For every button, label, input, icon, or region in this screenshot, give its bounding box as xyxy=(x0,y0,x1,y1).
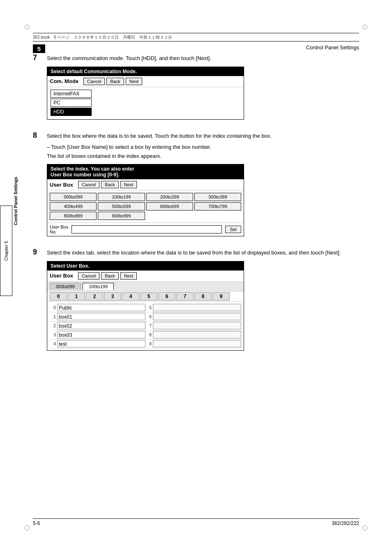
footer-page: 5-6 xyxy=(33,520,40,526)
ub-num-1: 1 xyxy=(50,314,57,319)
index-btn-7[interactable]: 700to799 xyxy=(194,202,241,210)
ub-name-5[interactable] xyxy=(153,304,241,311)
digit-4[interactable]: 4 xyxy=(122,292,139,301)
step-9-next-btn[interactable]: Next xyxy=(120,272,137,280)
step-7-toolbar: Com. Mode Cancel Back Next xyxy=(47,76,244,87)
index-btn-3[interactable]: 300to399 xyxy=(194,193,241,201)
corner-mark-tr xyxy=(362,25,367,30)
step-8-back-btn[interactable]: Back xyxy=(101,181,118,188)
ub-num-7: 7 xyxy=(145,323,153,328)
index-btn-5[interactable]: 500to599 xyxy=(98,202,145,210)
footer-model: 362/282/222 xyxy=(332,520,359,526)
step-9-dialog: Select User Box. User Box Cancel Back Ne… xyxy=(47,261,244,351)
ub-name-2[interactable]: box02 xyxy=(57,322,145,329)
corner-mark-bl xyxy=(25,525,30,530)
index-btn-8[interactable]: 800to899 xyxy=(50,212,97,220)
step-9-back-btn[interactable]: Back xyxy=(101,272,118,280)
step-8-text: Select the box where the data is to be s… xyxy=(47,131,272,140)
index-btn-0[interactable]: 000to099 xyxy=(50,193,97,201)
ub-num-6: 6 xyxy=(145,314,153,319)
corner-mark-br xyxy=(362,525,367,530)
ub-row-4: 4 test xyxy=(50,340,145,349)
step-9-text: Select the index tab, select the locatio… xyxy=(47,248,341,257)
ub-left-col: 0 Public 1 box01 2 box02 3 box03 xyxy=(50,303,145,349)
user-box-no-label: User BoxNo. xyxy=(50,224,68,234)
ub-name-1[interactable]: box01 xyxy=(57,313,145,320)
ub-row-7: 7 xyxy=(145,321,241,331)
com-mode-internetfax[interactable]: InternetFAX xyxy=(51,90,92,98)
ub-name-3[interactable]: box03 xyxy=(57,331,145,338)
step-7-next-btn[interactable]: Next xyxy=(126,78,143,85)
step-7-back-btn[interactable]: Back xyxy=(106,78,124,85)
digit-5[interactable]: 5 xyxy=(140,292,157,301)
tab-100to199[interactable]: 100to199 xyxy=(83,283,114,290)
index-btn-2[interactable]: 200to299 xyxy=(146,193,193,201)
step-9-tabs: 000to099 100to199 xyxy=(47,282,244,291)
step-7-toolbar-label: Com. Mode xyxy=(50,78,78,84)
user-box-no-input[interactable] xyxy=(71,225,222,234)
ub-row-2: 2 box02 xyxy=(50,321,145,331)
ub-name-7[interactable] xyxy=(153,322,241,329)
step-8-index-grid: 000to099 100to199 200to299 300to399 400t… xyxy=(47,190,244,222)
footer: 5-6 362/282/222 xyxy=(33,518,359,526)
digit-2[interactable]: 2 xyxy=(86,292,103,301)
ub-name-4[interactable]: test xyxy=(57,340,145,347)
step-8-number: 8 xyxy=(33,131,42,140)
digit-1[interactable]: 1 xyxy=(68,292,85,301)
user-box-no-row: User BoxNo. Set xyxy=(47,222,244,236)
file-info: 362.book 6 ページ ２００８年１０月２０日 月曜日 午前１１時３２分 xyxy=(33,35,173,40)
ub-name-6[interactable] xyxy=(153,313,241,320)
ub-name-0[interactable]: Public xyxy=(57,304,145,311)
index-btn-6[interactable]: 600to699 xyxy=(146,202,193,210)
ub-row-3: 3 box03 xyxy=(50,331,145,340)
step-9-userbox-table: 0 Public 1 box01 2 box02 3 box03 xyxy=(47,302,244,350)
index-btn-9[interactable]: 900to999 xyxy=(98,212,145,220)
step-9-dialog-title: Select User Box. xyxy=(47,261,244,271)
chapter-tab-label: Chapter 5 xyxy=(4,241,9,261)
digit-0[interactable]: 0 xyxy=(50,292,67,301)
ub-name-8[interactable] xyxy=(153,331,241,338)
step-7-number: 7 xyxy=(33,53,42,62)
step-9-digit-row: 0 1 2 3 4 5 6 7 8 9 xyxy=(47,291,244,302)
step-9-cancel-btn[interactable]: Cancel xyxy=(78,272,99,280)
ub-right-col: 5 6 7 8 9 xyxy=(145,303,241,349)
tab-000to099[interactable]: 000to099 xyxy=(50,283,81,290)
ub-row-0: 0 Public xyxy=(50,303,145,312)
step-8-dialog-title: Select the index. You can also enterUser… xyxy=(47,164,244,179)
step-8-next-btn[interactable]: Next xyxy=(120,181,137,188)
step-7-row: 7 Select the communication mode. Touch [… xyxy=(33,53,359,62)
step-7-text: Select the communication mode. Touch [HD… xyxy=(47,53,211,62)
section-title: Control Panel Settings xyxy=(306,44,359,51)
index-btn-1[interactable]: 100to199 xyxy=(98,193,145,201)
digit-7[interactable]: 7 xyxy=(176,292,194,301)
set-btn[interactable]: Set xyxy=(225,226,241,233)
step-9-number: 9 xyxy=(33,248,42,257)
step-8-sub2: The list of boxes contained in the index… xyxy=(47,152,359,160)
ub-num-8: 8 xyxy=(145,332,153,337)
index-btn-4[interactable]: 400to499 xyxy=(50,202,97,210)
step-7-cancel-btn[interactable]: Cancel xyxy=(83,78,105,85)
step-8-cancel-btn[interactable]: Cancel xyxy=(78,181,99,188)
ub-row-9: 9 xyxy=(145,340,241,349)
header-bar: 362.book 6 ページ ２００８年１０月２０日 月曜日 午前１１時３２分 xyxy=(33,33,359,40)
step-7-dialog: Select default Communication Mode. Com. … xyxy=(47,67,244,120)
step-7-dialog-body: InternetFAX PC HDD xyxy=(47,87,244,119)
digit-8[interactable]: 8 xyxy=(194,292,212,301)
ub-num-3: 3 xyxy=(50,332,57,337)
ub-row-1: 1 box01 xyxy=(50,312,145,321)
ub-num-4: 4 xyxy=(50,341,57,346)
ub-num-0: 0 xyxy=(50,305,57,310)
com-mode-pc[interactable]: PC xyxy=(51,99,92,107)
step-8-dialog: Select the index. You can also enterUser… xyxy=(47,164,244,236)
header-divider xyxy=(33,41,359,42)
main-content: 7 Select the communication mode. Touch [… xyxy=(33,53,359,362)
digit-6[interactable]: 6 xyxy=(158,292,175,301)
step-7-section: 7 Select the communication mode. Touch [… xyxy=(33,53,359,120)
digit-9[interactable]: 9 xyxy=(212,292,230,301)
digit-3[interactable]: 3 xyxy=(104,292,121,301)
com-mode-hdd[interactable]: HDD xyxy=(51,108,92,116)
ub-num-5: 5 xyxy=(145,305,153,310)
ub-name-9[interactable] xyxy=(153,340,241,347)
step-8-sub1: Touch [User Box Name] to select a box by… xyxy=(47,143,359,151)
page-num-box: 5 xyxy=(33,44,45,53)
